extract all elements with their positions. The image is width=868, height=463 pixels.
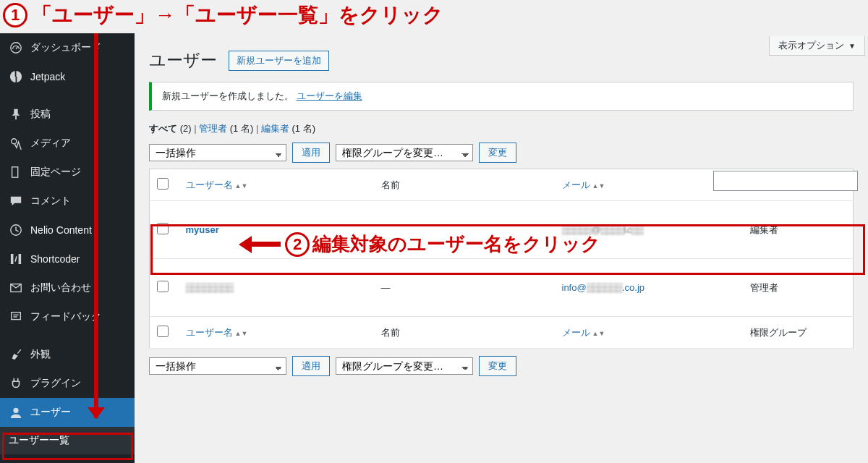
shortcode-icon: [9, 252, 23, 266]
sort-icon: ▲▼: [235, 184, 248, 189]
svg-point-0: [11, 43, 21, 53]
annotation-number-1: 1: [3, 3, 27, 27]
submenu-label: ユーザー一覧: [9, 434, 69, 446]
user-link-obscured[interactable]: ▒▒▒▒▒▒▒▒: [186, 282, 234, 293]
col-name: 名前: [381, 179, 400, 190]
notice-edit-link[interactable]: ユーザーを編集: [297, 90, 362, 101]
sidebar-item-jetpack[interactable]: Jetpack: [0, 62, 135, 91]
screen-options-tab[interactable]: 表示オプション ▼: [769, 36, 865, 56]
sidebar-item-label: 外観: [30, 348, 51, 361]
table-footer-row: ユーザー名▲▼ 名前 メール▲▼ 権限グループ: [150, 317, 854, 349]
comment-icon: [9, 194, 23, 208]
user-filter-links: すべて (2) | 管理者 (1 名) | 編集者 (1 名): [149, 122, 854, 135]
sidebar-item-label: フィードバック: [30, 310, 101, 323]
top-tablenav: 一括操作 適用 権限グループを変更… 変更: [149, 143, 854, 163]
annotation-step1-text: 「ユーザー」→「ユーザー一覧」をクリック: [32, 1, 443, 29]
change-role-button-bottom[interactable]: 変更: [479, 356, 516, 376]
col-email[interactable]: メール: [562, 327, 590, 338]
clock-icon: [9, 223, 23, 237]
sidebar-item-label: メディア: [30, 137, 71, 150]
filter-all[interactable]: すべて: [149, 123, 177, 134]
filter-editor-count: (1 名): [292, 123, 316, 134]
sidebar-item-label: ユーザー: [30, 406, 71, 419]
user-link-myuser[interactable]: myuser: [186, 224, 219, 235]
sidebar-item-contact[interactable]: お問い合わせ: [0, 273, 135, 302]
svg-rect-4: [16, 77, 17, 82]
success-notice: 新規ユーザーを作成しました。 ユーザーを編集: [149, 82, 854, 111]
row-checkbox[interactable]: [157, 223, 169, 234]
bulk-apply-button[interactable]: 適用: [292, 143, 330, 163]
sidebar-item-nelio[interactable]: Nelio Content: [0, 216, 135, 245]
select-all-checkbox[interactable]: [157, 178, 169, 190]
col-email[interactable]: メール: [562, 179, 590, 190]
svg-line-1: [16, 46, 18, 49]
gauge-icon: [9, 41, 23, 55]
sort-icon: ▲▼: [592, 184, 605, 189]
svg-point-14: [13, 408, 18, 413]
sidebar-submenu-users-all[interactable]: ユーザー一覧: [0, 427, 135, 454]
svg-rect-3: [15, 71, 17, 77]
sidebar-item-label: お問い合わせ: [30, 281, 91, 294]
sidebar-item-appearance[interactable]: 外観: [0, 340, 135, 369]
notice-text: 新規ユーザーを作成しました。: [162, 90, 294, 101]
sidebar-item-label: 投稿: [30, 108, 51, 121]
add-new-user-button[interactable]: 新規ユーザーを追加: [229, 51, 329, 71]
user-email-link[interactable]: info@▒▒▒▒▒▒.co.jp: [562, 282, 645, 293]
admin-sidebar: ダッシュボード Jetpack 投稿 メディア 固定ページ コメント Nelio…: [0, 33, 135, 463]
bulk-action-select-bottom[interactable]: 一括操作: [149, 357, 286, 375]
sidebar-item-label: Nelio Content: [30, 224, 92, 236]
sidebar-item-pages[interactable]: 固定ページ: [0, 158, 135, 187]
bottom-tablenav: 一括操作 適用 権限グループを変更… 変更: [149, 356, 854, 376]
table-row: ▒▒▒▒▒▒▒▒ — info@▒▒▒▒▒▒.co.jp 管理者: [150, 259, 854, 317]
sidebar-item-feedback[interactable]: フィードバック: [0, 302, 135, 331]
svg-rect-5: [15, 116, 17, 119]
caret-down-icon: ▼: [848, 42, 856, 50]
sidebar-item-plugins[interactable]: プラグイン: [0, 369, 135, 398]
user-email-obscured[interactable]: ▒▒▒▒▒@▒▒▒▒l.c▒▒: [562, 224, 644, 235]
col-username[interactable]: ユーザー名: [186, 179, 233, 190]
sidebar-item-shortcoder[interactable]: Shortcoder: [0, 245, 135, 273]
sort-icon: ▲▼: [235, 331, 248, 336]
row-checkbox[interactable]: [157, 281, 169, 292]
svg-point-6: [12, 139, 17, 144]
select-all-checkbox-bottom[interactable]: [157, 326, 169, 337]
change-role-select-bottom[interactable]: 権限グループを変更…: [336, 357, 473, 375]
sidebar-item-dashboard[interactable]: ダッシュボード: [0, 33, 135, 62]
user-role: 管理者: [750, 282, 778, 293]
change-role-button[interactable]: 変更: [479, 143, 516, 163]
sidebar-item-label: コメント: [30, 195, 71, 208]
screen-options-label: 表示オプション: [778, 39, 844, 52]
user-name: —: [381, 282, 391, 293]
sidebar-item-media[interactable]: メディア: [0, 129, 135, 158]
svg-rect-11: [12, 313, 21, 320]
annotation-step1: 1 「ユーザー」→「ユーザー一覧」をクリック: [3, 1, 443, 29]
sidebar-item-label: ダッシュボード: [30, 41, 101, 54]
filter-admin[interactable]: 管理者: [199, 123, 227, 134]
sort-icon: ▲▼: [592, 331, 605, 336]
plug-icon: [9, 376, 23, 391]
sidebar-item-label: Shortcoder: [30, 253, 80, 265]
brush-icon: [9, 347, 23, 362]
filter-editor[interactable]: 編集者: [261, 123, 289, 134]
bulk-action-select[interactable]: 一括操作: [149, 144, 286, 161]
svg-rect-7: [12, 167, 18, 177]
table-row: myuser ▒▒▒▒▒@▒▒▒▒l.c▒▒ 編集者: [150, 201, 854, 259]
user-icon: [9, 405, 23, 420]
search-users-input[interactable]: [713, 171, 858, 191]
page-title: ユーザー: [149, 49, 217, 72]
change-role-select[interactable]: 権限グループを変更…: [336, 144, 473, 161]
filter-all-count: (2): [180, 123, 192, 134]
sidebar-item-comments[interactable]: コメント: [0, 187, 135, 216]
sidebar-item-posts[interactable]: 投稿: [0, 100, 135, 129]
page-icon: [9, 165, 23, 179]
media-icon: [9, 136, 23, 150]
mail-icon: [9, 281, 23, 295]
bulk-apply-button-bottom[interactable]: 適用: [292, 356, 330, 376]
sidebar-item-label: プラグイン: [30, 377, 81, 390]
sidebar-item-users[interactable]: ユーザー: [0, 398, 135, 427]
jetpack-icon: [9, 69, 23, 84]
filter-admin-count: (1 名): [230, 123, 254, 134]
pin-icon: [9, 107, 23, 122]
col-username[interactable]: ユーザー名: [186, 327, 233, 338]
col-role: 権限グループ: [750, 327, 807, 338]
